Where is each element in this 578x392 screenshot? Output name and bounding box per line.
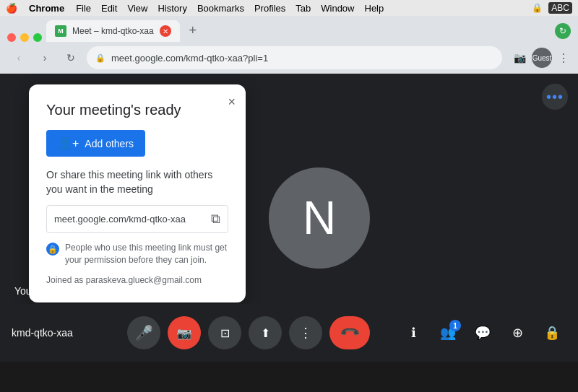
security-btn[interactable]: 🔒 <box>538 318 566 347</box>
captions-icon: ⊡ <box>220 326 230 340</box>
mic-icon: 🎤 <box>135 324 153 341</box>
camera-btn[interactable]: 📷 <box>168 316 201 349</box>
tab-favicon: M <box>55 25 66 37</box>
end-call-btn[interactable]: 📞 <box>329 316 370 349</box>
minimize-window-btn[interactable] <box>20 33 29 42</box>
dialog-title: Your meeting's ready <box>46 102 228 118</box>
info-btn[interactable]: ℹ <box>399 318 428 347</box>
meeting-ready-dialog: × Your meeting's ready 👤+ Add others Or … <box>29 84 246 302</box>
profile-btn[interactable]: Guest <box>532 48 552 68</box>
activities-icon: ⊕ <box>512 325 523 341</box>
participants-badge: 1 <box>449 320 461 331</box>
dialog-close-btn[interactable]: × <box>228 95 236 110</box>
more-dots-icon: ••• <box>546 89 564 105</box>
menu-tab[interactable]: Tab <box>296 3 311 14</box>
tab-bar-right: ↻ <box>555 23 571 39</box>
menu-edit[interactable]: Edit <box>101 3 117 14</box>
end-call-icon: 📞 <box>338 321 361 344</box>
menu-profiles[interactable]: Profiles <box>254 3 285 14</box>
menu-history[interactable]: History <box>158 3 186 14</box>
profile-label: Guest <box>532 54 552 62</box>
copy-link-btn[interactable]: ⧉ <box>211 212 220 227</box>
joined-as-text: Joined as paraskeva.glueck@gmail.com <box>46 275 228 285</box>
info-icon: ℹ <box>411 325 416 341</box>
menu-window[interactable]: Window <box>321 3 354 14</box>
update-btn[interactable]: ↻ <box>555 23 571 39</box>
link-box: meet.google.com/kmd-qtko-xaa ⧉ <box>46 205 228 233</box>
menubar-right: 🔒 ABC <box>532 2 572 14</box>
chat-icon: 💬 <box>475 325 491 341</box>
address-input[interactable]: 🔒 meet.google.com/kmd-qtko-xaa?pli=1 <box>87 46 502 69</box>
active-tab[interactable]: M Meet – kmd-qtko-xaa ✕ <box>46 20 180 42</box>
lock-icon: 🔒 <box>532 3 543 13</box>
security-lock-icon: 🔒 <box>95 53 105 63</box>
more-controls-btn[interactable]: ⋮ <box>289 316 322 349</box>
security-icon: 🔒 <box>544 325 560 341</box>
cast-icon[interactable]: 📷 <box>514 52 526 64</box>
you-label: You <box>14 285 32 297</box>
reload-btn[interactable]: ↻ <box>61 48 81 68</box>
meeting-controls: 🎤 📷 ⊡ ⬆ ⋮ 📞 <box>98 316 399 349</box>
forward-btn[interactable]: › <box>35 48 55 68</box>
traffic-lights <box>7 33 42 42</box>
menu-help[interactable]: Help <box>365 3 384 14</box>
tab-close-btn[interactable]: ✕ <box>160 25 171 37</box>
add-others-label: Add others <box>85 138 134 149</box>
address-bar: ‹ › ↻ 🔒 meet.google.com/kmd-qtko-xaa?pli… <box>0 42 578 74</box>
camera-off-icon: 📷 <box>177 326 191 340</box>
tab-title: Meet – kmd-qtko-xaa <box>72 26 154 36</box>
security-shield-icon: 🔒 <box>46 243 59 256</box>
more-controls-icon: ⋮ <box>299 325 312 341</box>
main-content: N ••• × Your meeting's ready 👤+ Add othe… <box>0 74 578 362</box>
participant-avatar: N <box>269 167 370 269</box>
back-btn[interactable]: ‹ <box>9 48 29 68</box>
mic-btn[interactable]: 🎤 <box>127 316 160 349</box>
bottom-bar: kmd-qtko-xaa 🎤 📷 ⊡ ⬆ ⋮ 📞 <box>0 304 578 362</box>
activities-btn[interactable]: ⊕ <box>503 318 532 347</box>
present-icon: ⬆ <box>261 326 270 340</box>
menu-bookmarks[interactable]: Bookmarks <box>197 3 244 14</box>
close-window-btn[interactable] <box>7 33 16 42</box>
present-btn[interactable]: ⬆ <box>249 316 282 349</box>
address-url: meet.google.com/kmd-qtko-xaa?pli=1 <box>111 53 493 64</box>
participants-btn[interactable]: 👥 1 <box>434 318 462 347</box>
avatar-letter: N <box>303 191 336 245</box>
fullscreen-window-btn[interactable] <box>33 33 42 42</box>
browser-chrome: M Meet – kmd-qtko-xaa ✕ + ↻ ‹ › ↻ 🔒 meet… <box>0 16 578 74</box>
menu-file[interactable]: File <box>76 3 91 14</box>
address-bar-right: 📷 Guest ⋮ <box>514 48 569 68</box>
app-name: Chrome <box>29 3 64 14</box>
meeting-link: meet.google.com/kmd-qtko-xaa <box>54 214 205 225</box>
chrome-menu-btn[interactable]: ⋮ <box>558 51 569 65</box>
meeting-code: kmd-qtko-xaa <box>12 327 98 339</box>
add-person-icon: 👤+ <box>58 136 79 150</box>
more-options-btn[interactable]: ••• <box>542 84 568 110</box>
tab-bar: M Meet – kmd-qtko-xaa ✕ + ↻ <box>0 16 578 42</box>
new-tab-btn[interactable]: + <box>183 20 203 40</box>
chat-btn[interactable]: 💬 <box>468 318 497 347</box>
share-text: Or share this meeting link with others y… <box>46 168 228 196</box>
right-controls: ℹ 👥 1 💬 ⊕ 🔒 <box>399 318 566 347</box>
add-others-btn[interactable]: 👤+ Add others <box>46 130 145 157</box>
profile-indicator: ABC <box>548 2 572 14</box>
security-notice: 🔒 People who use this meeting link must … <box>46 242 228 266</box>
menu-items: File Edit View History Bookmarks Profile… <box>76 3 384 14</box>
menu-view[interactable]: View <box>127 3 147 14</box>
apple-menu[interactable]: 🍎 <box>6 3 17 14</box>
captions-btn[interactable]: ⊡ <box>208 316 241 349</box>
security-notice-text: People who use this meeting link must ge… <box>65 242 228 266</box>
menubar: 🍎 Chrome File Edit View History Bookmark… <box>0 0 578 16</box>
